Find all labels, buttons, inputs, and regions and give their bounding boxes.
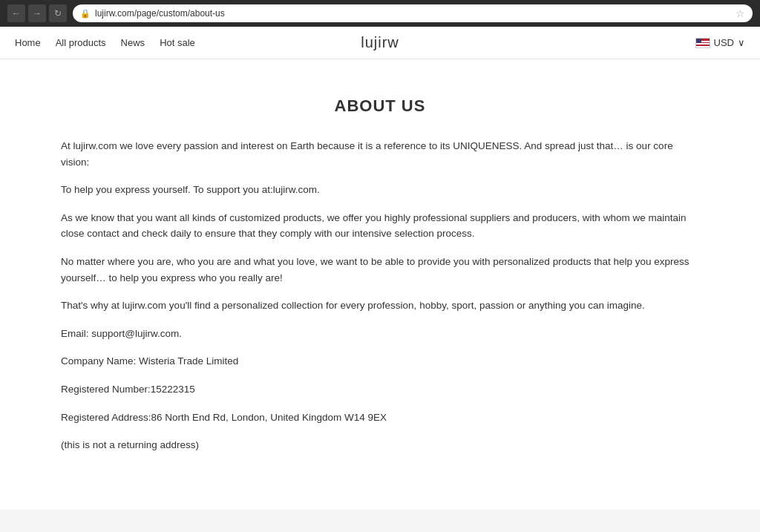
main-content: ABOUT US At lujirw.com we love every pas… [46, 59, 714, 510]
paragraph-reg-number: Registered Number:15222315 [61, 381, 699, 398]
browser-nav-buttons: ← → ↻ [7, 4, 67, 22]
nav-hot-sale[interactable]: Hot sale [160, 37, 195, 48]
currency-selector[interactable]: USD ∨ [695, 37, 745, 48]
forward-button[interactable]: → [28, 4, 46, 22]
paragraph-1: At lujirw.com we love every passion and … [61, 138, 699, 170]
paragraph-4: No matter where you are, who you are and… [61, 254, 699, 286]
paragraph-5: That's why at lujirw.com you'll find a p… [61, 298, 699, 314]
url-text: lujirw.com/page/custom/about-us [95, 8, 225, 19]
site-header: Home All products News Hot sale lujirw U… [0, 27, 760, 59]
nav-all-products[interactable]: All products [56, 37, 106, 48]
back-button[interactable]: ← [7, 4, 25, 22]
flag-icon [695, 38, 710, 48]
refresh-button[interactable]: ↻ [49, 4, 67, 22]
star-icon: ☆ [736, 7, 745, 19]
page-title: ABOUT US [61, 96, 699, 116]
nav-home[interactable]: Home [15, 37, 41, 48]
content-body: At lujirw.com we love every passion and … [61, 138, 699, 453]
currency-label: USD [714, 37, 734, 48]
flag-canton [696, 39, 701, 44]
paragraph-company: Company Name: Wisteria Trade Limited [61, 353, 699, 370]
paragraph-3: As we know that you want all kinds of cu… [61, 210, 699, 242]
nav-news[interactable]: News [121, 37, 145, 48]
currency-arrow: ∨ [738, 37, 745, 48]
browser-chrome: ← → ↻ 🔒 lujirw.com/page/custom/about-us … [0, 0, 760, 27]
paragraph-note: (this is not a returning address) [61, 437, 699, 453]
paragraph-address: Registered Address:86 North End Rd, Lond… [61, 410, 699, 426]
site-footer: Footer menu ABOUT US TERMS OF SERVICE IN… [0, 510, 760, 532]
paragraph-email: Email: support@lujirw.com. [61, 326, 699, 342]
lock-icon: 🔒 [80, 9, 91, 19]
paragraph-2: To help you express yourself. To support… [61, 182, 699, 198]
site-nav: Home All products News Hot sale [15, 37, 195, 48]
address-bar[interactable]: 🔒 lujirw.com/page/custom/about-us ☆ [73, 4, 753, 22]
site-logo: lujirw [361, 34, 399, 51]
